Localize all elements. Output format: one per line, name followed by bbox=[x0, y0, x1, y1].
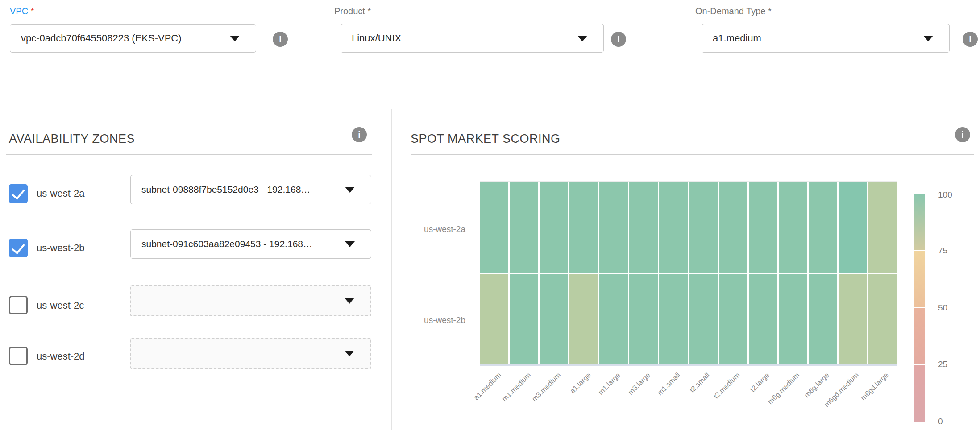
heatmap-cell-us-west-2b-m6gd.medium bbox=[839, 274, 867, 364]
heatmap-column-label: m3.medium bbox=[530, 371, 562, 403]
on-demand-type-label: On-Demand Type * bbox=[695, 6, 772, 17]
legend-tick-label: 75 bbox=[938, 245, 947, 256]
spot-market-scoring-divider bbox=[411, 154, 974, 155]
on-demand-type-select-value: a1.medium bbox=[713, 33, 761, 44]
az-checkbox-us-west-2d[interactable] bbox=[9, 347, 28, 365]
spot-market-scoring-title: SPOT MARKET SCORING bbox=[411, 132, 561, 146]
az-zone-label: us-west-2a bbox=[37, 188, 85, 199]
heatmap-column-label: m3.large bbox=[627, 371, 652, 397]
heatmap-column-label: t2.small bbox=[689, 371, 712, 394]
availability-zones-info-icon[interactable]: i bbox=[352, 127, 367, 142]
legend-tick-label: 100 bbox=[938, 190, 952, 200]
heatmap-row-label: us-west-2b bbox=[394, 315, 465, 325]
heatmap-column-label: m1.large bbox=[597, 371, 622, 397]
spot-market-scoring-info-icon[interactable]: i bbox=[955, 127, 970, 142]
heatmap-column-label: t2.large bbox=[748, 371, 771, 393]
section-vertical-divider bbox=[391, 109, 392, 430]
product-info-icon[interactable]: i bbox=[611, 32, 626, 47]
vpc-select[interactable]: vpc-0adcb70f645508223 (EKS-VPC) bbox=[10, 24, 256, 53]
heatmap-cell-us-west-2b-a1.large bbox=[569, 274, 598, 364]
heatmap-cell-us-west-2a-m6gd.large bbox=[868, 182, 897, 273]
heatmap-cell-us-west-2b-m6g.medium bbox=[779, 274, 807, 364]
subnet-select-us-west-2a[interactable]: subnet-09888f7be5152d0e3 - 192.168… bbox=[130, 175, 371, 204]
heatmap-cell-us-west-2a-t2.small bbox=[689, 182, 718, 273]
heatmap-cell-us-west-2b-m6gd.large bbox=[868, 274, 897, 364]
heatmap-cell-us-west-2b-m6g.large bbox=[809, 274, 837, 364]
product-select-value: Linux/UNIX bbox=[352, 33, 401, 44]
heatmap-cell-us-west-2a-m1.large bbox=[599, 182, 628, 273]
chevron-down-icon bbox=[345, 298, 354, 304]
heatmap-row-label: us-west-2a bbox=[394, 224, 465, 234]
heatmap-cell-us-west-2b-t2.medium bbox=[719, 274, 747, 364]
heatmap-cell-us-west-2a-m6g.large bbox=[809, 182, 837, 273]
heatmap-cell-us-west-2b-m1.small bbox=[659, 274, 688, 364]
heatmap-cell-us-west-2a-m1.medium bbox=[510, 182, 538, 273]
product-label: Product * bbox=[334, 6, 371, 17]
heatmap-cell-us-west-2b-m1.large bbox=[599, 274, 628, 364]
chevron-down-icon bbox=[345, 351, 354, 356]
az-zone-label: us-west-2b bbox=[37, 242, 85, 254]
heatmap-cell-us-west-2a-m3.large bbox=[629, 182, 658, 273]
on-demand-type-select[interactable]: a1.medium bbox=[702, 24, 950, 53]
legend-gradient-segment bbox=[914, 365, 925, 422]
az-checkbox-us-west-2b[interactable] bbox=[9, 239, 28, 257]
legend-gradient-segment bbox=[914, 308, 925, 364]
heatmap-cell-us-west-2a-t2.large bbox=[749, 182, 777, 273]
chevron-down-icon bbox=[345, 187, 355, 193]
heatmap-column-label: m6gd.large bbox=[860, 371, 890, 402]
heatmap-cell-us-west-2a-a1.medium bbox=[480, 182, 508, 273]
heatmap-cell-us-west-2b-t2.small bbox=[689, 274, 718, 364]
on-demand-type-info-icon[interactable]: i bbox=[963, 32, 978, 47]
heatmap-column-label: t2.medium bbox=[712, 371, 742, 401]
heatmap-cell-us-west-2a-t2.medium bbox=[719, 182, 747, 273]
heatmap-cell-us-west-2a-a1.large bbox=[569, 182, 598, 273]
legend-tick-label: 0 bbox=[938, 416, 943, 427]
vpc-label: VPC * bbox=[10, 6, 34, 17]
heatmap-cell-us-west-2a-m1.small bbox=[659, 182, 688, 273]
legend-gradient-segment bbox=[914, 251, 925, 307]
legend-tick-label: 25 bbox=[938, 359, 947, 370]
heatmap-cell-us-west-2a-m6gd.medium bbox=[839, 182, 867, 273]
heatmap-cell-us-west-2a-m3.medium bbox=[540, 182, 568, 273]
vpc-select-value: vpc-0adcb70f645508223 (EKS-VPC) bbox=[21, 33, 182, 44]
heatmap-column-label: m1.medium bbox=[501, 371, 533, 403]
vpc-required-asterisk: * bbox=[31, 6, 34, 16]
subnet-select-us-west-2d[interactable] bbox=[130, 338, 371, 369]
launch-config-page: VPC * vpc-0adcb70f645508223 (EKS-VPC) i … bbox=[0, 0, 980, 430]
az-zone-label: us-west-2c bbox=[37, 300, 84, 311]
product-select[interactable]: Linux/UNIX bbox=[341, 24, 604, 53]
subnet-select-value: subnet-091c603aa82e09453 - 192.168… bbox=[141, 239, 312, 249]
heatmap-cell-us-west-2b-m1.medium bbox=[510, 274, 538, 364]
chevron-down-icon bbox=[577, 36, 587, 41]
legend-tick-label: 50 bbox=[938, 302, 947, 313]
vpc-label-text: VPC bbox=[10, 6, 28, 16]
heatmap-cell-us-west-2b-a1.medium bbox=[480, 274, 508, 364]
vpc-info-icon[interactable]: i bbox=[273, 32, 288, 47]
heatmap-cell-us-west-2b-m3.large bbox=[629, 274, 658, 364]
heatmap-column-label: a1.medium bbox=[472, 371, 503, 402]
subnet-select-us-west-2b[interactable]: subnet-091c603aa82e09453 - 192.168… bbox=[130, 229, 371, 259]
heatmap-column-label: a1.large bbox=[569, 371, 593, 395]
spot-score-heatmap bbox=[480, 182, 897, 364]
availability-zones-title: AVAILABILITY ZONES bbox=[9, 132, 135, 146]
legend-gradient-segment bbox=[914, 194, 925, 250]
chevron-down-icon bbox=[230, 36, 240, 41]
az-zone-label: us-west-2d bbox=[37, 351, 85, 362]
chevron-down-icon bbox=[923, 36, 933, 41]
heatmap-column-label: m6g.large bbox=[802, 371, 831, 399]
availability-zones-divider bbox=[6, 154, 372, 155]
az-checkbox-us-west-2c[interactable] bbox=[9, 296, 28, 314]
heatmap-column-label: m6g.medium bbox=[766, 371, 801, 406]
heatmap-axis-line bbox=[480, 364, 897, 366]
heatmap-column-label: m1.small bbox=[656, 371, 682, 397]
subnet-select-us-west-2c[interactable] bbox=[130, 285, 371, 316]
heatmap-cell-us-west-2b-t2.large bbox=[749, 274, 777, 364]
heatmap-cell-us-west-2a-m6g.medium bbox=[779, 182, 807, 273]
subnet-select-value: subnet-09888f7be5152d0e3 - 192.168… bbox=[141, 184, 310, 195]
heatmap-cell-us-west-2b-m3.medium bbox=[540, 274, 568, 364]
az-checkbox-us-west-2a[interactable] bbox=[9, 184, 28, 203]
chevron-down-icon bbox=[345, 241, 355, 247]
